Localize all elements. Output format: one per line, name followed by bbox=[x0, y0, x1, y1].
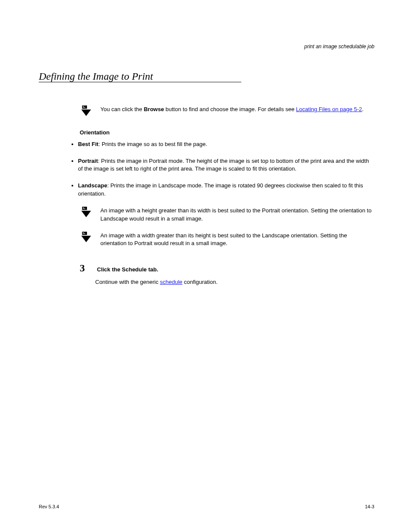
list-item: Portrait: Prints the image in Portrait m… bbox=[78, 157, 374, 174]
note-block-browse: You can click the Browse button to find … bbox=[80, 106, 374, 120]
note1-period: . bbox=[362, 106, 364, 112]
step3-title-post: tab. bbox=[147, 266, 159, 273]
orientation-label: Orientation bbox=[80, 129, 374, 137]
svg-marker-3 bbox=[81, 109, 91, 116]
svg-rect-1 bbox=[83, 106, 84, 107]
step3-body-post: configuration. bbox=[182, 279, 218, 285]
svg-rect-8 bbox=[82, 231, 87, 235]
option-desc: Prints the image in Portrait mode. The h… bbox=[78, 158, 369, 172]
step3-title-pre: Click the bbox=[97, 266, 122, 273]
svg-rect-5 bbox=[83, 208, 84, 208]
svg-rect-9 bbox=[83, 232, 84, 233]
note-block-portrait: An image with a height greater than its … bbox=[80, 207, 374, 223]
note1-pre: You can click the bbox=[100, 106, 144, 112]
option-name: Portrait bbox=[78, 158, 98, 164]
option-name: Landscape bbox=[78, 182, 107, 189]
list-item: Landscape: Prints the image in Landscape… bbox=[78, 182, 374, 198]
svg-rect-2 bbox=[83, 107, 86, 108]
title-rule bbox=[39, 82, 241, 82]
note-text: An image with a width greater than its h… bbox=[100, 232, 374, 248]
option-desc: Prints the image so as to best fill the … bbox=[102, 141, 207, 147]
note-icon bbox=[80, 105, 93, 120]
step-number: 3 bbox=[80, 261, 95, 276]
note-text: You can click the Browse button to find … bbox=[100, 106, 374, 114]
svg-rect-10 bbox=[83, 233, 86, 234]
running-head: print an image schedulable job bbox=[304, 43, 374, 50]
step-3-heading: 3 Click the Schedule tab. bbox=[80, 261, 374, 276]
browse-button-label: Browse bbox=[144, 106, 164, 112]
svg-rect-4 bbox=[82, 207, 87, 210]
schedule-tab-label: Schedule bbox=[122, 266, 147, 273]
footer-page-number: 14-3 bbox=[365, 504, 374, 510]
option-name: Best Fit bbox=[78, 141, 99, 147]
note-icon bbox=[80, 206, 93, 221]
note-icon bbox=[80, 231, 93, 246]
note-text: An image with a height greater than its … bbox=[100, 207, 374, 223]
note-block-landscape: An image with a width greater than its h… bbox=[80, 232, 374, 248]
step3-body-pre: Continue with the generic bbox=[95, 279, 160, 285]
list-item: Best Fit: Prints the image so as to best… bbox=[78, 140, 374, 149]
footer-revision: Rev 5.3.4 bbox=[39, 504, 59, 510]
svg-marker-11 bbox=[81, 236, 91, 242]
orientation-options-list: Best Fit: Prints the image so as to best… bbox=[69, 140, 374, 198]
note1-post: button to find and choose the image. For… bbox=[164, 106, 296, 112]
svg-rect-6 bbox=[83, 208, 86, 209]
locating-files-link[interactable]: Locating Files on page 5-2 bbox=[296, 106, 362, 112]
option-desc: Prints the image in Landscape mode. The … bbox=[78, 182, 363, 197]
svg-rect-0 bbox=[82, 106, 87, 109]
schedule-link[interactable]: schedule bbox=[160, 279, 182, 285]
svg-marker-7 bbox=[81, 211, 91, 217]
step-3-body: Continue with the generic schedule confi… bbox=[95, 278, 374, 286]
